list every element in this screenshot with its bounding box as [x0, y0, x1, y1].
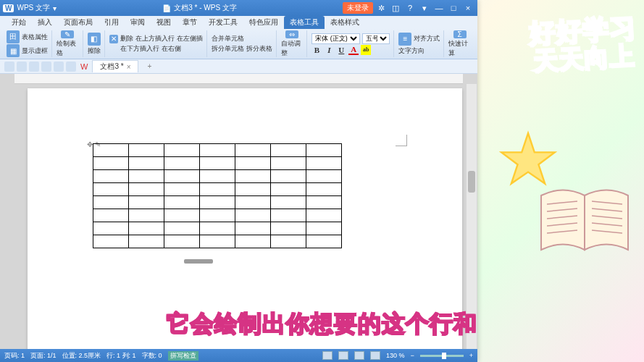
highlight-button[interactable]: ab: [361, 45, 371, 55]
svg-marker-0: [501, 133, 555, 184]
tab-table-style[interactable]: 表格样式: [325, 16, 365, 29]
new-doc-button[interactable]: +: [143, 62, 156, 70]
status-position[interactable]: 位置: 2.5厘米: [62, 351, 101, 361]
scrollbar-thumb[interactable]: [468, 171, 475, 193]
font-size-select[interactable]: 五号: [362, 33, 390, 44]
login-button[interactable]: 未登录: [343, 2, 373, 14]
ruler-horizontal[interactable]: [14, 74, 463, 84]
tab-reference[interactable]: 引用: [99, 16, 125, 29]
close-button[interactable]: ×: [461, 2, 474, 14]
insert-right-label[interactable]: 在右侧: [162, 44, 181, 54]
wps-logo-icon: W: [80, 62, 88, 71]
qat-undo-icon[interactable]: [17, 62, 27, 72]
menu-icon[interactable]: ▾: [418, 2, 431, 14]
status-bar: 页码: 1 页面: 1/1 位置: 2.5厘米 行: 1 列: 1 字数: 0 …: [0, 349, 477, 362]
text-direction-label[interactable]: 文字方向: [398, 46, 425, 56]
tab-view[interactable]: 视图: [151, 16, 177, 29]
slogan-line2: 天天向上: [530, 42, 638, 75]
view-mode-4-icon[interactable]: [370, 351, 380, 360]
table-props-label[interactable]: 表格属性: [22, 33, 48, 42]
status-line-col[interactable]: 行: 1 列: 1: [106, 351, 136, 361]
split-cells-label[interactable]: 拆分单元格: [212, 44, 244, 54]
calc-label[interactable]: 快速计算: [448, 39, 471, 58]
underline-button[interactable]: U: [336, 45, 346, 55]
titlebar-center: 📄 文档3 * - WPS 文字: [61, 3, 338, 13]
minimize-button[interactable]: —: [432, 2, 446, 14]
status-page-of[interactable]: 页面: 1/1: [30, 351, 57, 361]
eraser-label[interactable]: 擦除: [88, 46, 101, 56]
page-corner-mark-icon: [396, 135, 407, 146]
tab-special[interactable]: 特色应用: [243, 16, 284, 29]
font-family-select[interactable]: 宋体 (正文): [311, 33, 360, 44]
ribbon-group-autofit: ⇔ 自动调整: [277, 30, 308, 57]
view-mode-2-icon[interactable]: [338, 351, 348, 360]
doc-tab[interactable]: 文档3 * ×: [92, 60, 138, 72]
qat-redo-icon[interactable]: [29, 62, 39, 72]
align-label[interactable]: 对齐方式: [414, 34, 440, 43]
tab-start[interactable]: 开始: [6, 16, 32, 29]
titlebar-right: 未登录 ✲ ◫ ? ▾ — □ ×: [343, 2, 474, 14]
zoom-label[interactable]: 130 %: [386, 352, 405, 359]
show-grid-icon[interactable]: ▦: [7, 44, 20, 57]
status-page-number[interactable]: 页码: 1: [4, 351, 25, 361]
help-icon[interactable]: ?: [403, 2, 417, 14]
tab-layout[interactable]: 页面布局: [58, 16, 99, 29]
calc-icon[interactable]: Σ: [453, 30, 467, 38]
italic-button[interactable]: I: [324, 45, 334, 55]
table-resize-handle-icon[interactable]: [184, 259, 213, 264]
insert-above-label[interactable]: 在上方插入行: [135, 34, 175, 43]
view-mode-1-icon[interactable]: [322, 351, 333, 360]
bold-button[interactable]: B: [311, 45, 322, 55]
qat-print-icon[interactable]: [41, 62, 51, 72]
status-spellcheck[interactable]: 拼写检查: [168, 351, 198, 361]
table-props-icon[interactable]: 田: [7, 30, 20, 43]
draw-table-label[interactable]: 绘制表格: [57, 39, 79, 58]
delete-icon[interactable]: ✕: [109, 35, 118, 43]
view-mode-3-icon[interactable]: [354, 351, 364, 360]
status-word-count[interactable]: 字数: 0: [142, 351, 162, 361]
book-icon: [534, 181, 635, 261]
insert-left-label[interactable]: 在左侧插: [177, 34, 203, 43]
merge-cells-label[interactable]: 合并单元格: [212, 34, 244, 43]
doc-tab-close-icon[interactable]: ×: [127, 63, 131, 71]
wps-window: W WPS 文字 ▾ 📄 文档3 * - WPS 文字 未登录 ✲ ◫ ? ▾ …: [0, 0, 477, 362]
tab-section[interactable]: 章节: [177, 16, 203, 29]
doc-icon: 📄: [162, 4, 171, 12]
zoom-slider[interactable]: [420, 355, 464, 357]
star-icon: [499, 130, 557, 188]
video-subtitle: 它会绘制出你想要的这个行和: [167, 308, 477, 340]
ribbon-group-props: 田表格属性 ▦显示虚框: [3, 30, 52, 57]
ribbon-tabs: 开始 插入 页面布局 引用 审阅 视图 章节 开发工具 特色应用 表格工具 表格…: [0, 16, 477, 29]
maximize-button[interactable]: □: [447, 2, 460, 14]
doc-tab-label: 文档3 *: [100, 62, 123, 72]
draw-table-icon[interactable]: ✎: [61, 30, 74, 38]
eraser-icon[interactable]: ◧: [88, 33, 101, 46]
ribbon-group-merge: 合并单元格 拆分单元格 拆分表格: [208, 30, 277, 57]
ribbon-group-erase: ◧ 擦除: [84, 30, 105, 57]
split-table-label[interactable]: 拆分表格: [246, 44, 272, 54]
delete-label[interactable]: 删除: [120, 34, 133, 43]
document-table[interactable]: [93, 143, 342, 248]
app-label: WPS 文字: [17, 3, 50, 13]
show-grid-label[interactable]: 显示虚框: [22, 46, 48, 56]
ribbon-group-font: 宋体 (正文) 五号 B I U A ab: [308, 30, 394, 57]
qat-preview-icon[interactable]: [54, 62, 64, 72]
tab-table-tools[interactable]: 表格工具: [284, 16, 325, 29]
font-color-button[interactable]: A: [348, 45, 359, 55]
gear-icon[interactable]: ✲: [375, 2, 388, 14]
zoom-in-button[interactable]: +: [469, 352, 473, 359]
zoom-out-button[interactable]: −: [410, 352, 414, 359]
tab-insert[interactable]: 插入: [32, 16, 58, 29]
insert-below-label[interactable]: 在下方插入行: [120, 44, 159, 54]
qat-save-icon[interactable]: [4, 62, 14, 72]
ribbon: 田表格属性 ▦显示虚框 ✎ 绘制表格 ◧ 擦除 ✕删除 在上方插入行 在左侧插 …: [0, 29, 477, 59]
align-icon[interactable]: ≡: [398, 33, 411, 46]
skin-icon[interactable]: ◫: [389, 2, 402, 14]
tab-review[interactable]: 审阅: [125, 16, 151, 29]
window-title: 文档3 * - WPS 文字: [174, 3, 237, 13]
autofit-icon[interactable]: ⇔: [285, 30, 298, 38]
qat-more-icon[interactable]: [66, 62, 76, 72]
app-dropdown-icon[interactable]: ▾: [53, 4, 57, 12]
autofit-label[interactable]: 自动调整: [281, 39, 304, 58]
tab-developer[interactable]: 开发工具: [203, 16, 243, 29]
